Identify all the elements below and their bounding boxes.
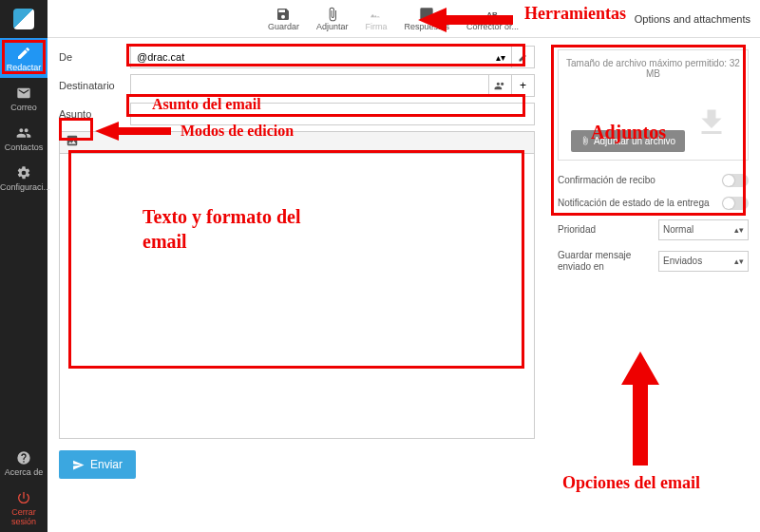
compose-area: De @drac.cat ▴▾ Destinatario + Asunto <box>48 38 546 532</box>
attach-label: Adjuntar <box>316 22 349 31</box>
signature-button[interactable]: Firma <box>366 7 388 31</box>
options-attachments-label: Options and attachments <box>635 13 750 25</box>
select-arrows-icon: ▴▾ <box>496 52 505 63</box>
message-body-editor[interactable] <box>59 154 535 439</box>
priority-select[interactable]: Normal ▴▾ <box>658 219 749 240</box>
app-logo <box>0 0 48 38</box>
from-label: De <box>59 51 130 63</box>
power-icon <box>16 490 31 505</box>
priority-label: Prioridad <box>558 224 658 236</box>
speech-icon <box>419 7 434 22</box>
sidebar-item-contacts[interactable]: Contactos <box>0 118 48 158</box>
subject-input[interactable] <box>130 103 535 125</box>
sidebar-item-compose[interactable]: Redactar <box>0 38 48 78</box>
paperclip-small-icon <box>580 136 590 145</box>
pencil-icon <box>518 51 529 63</box>
gear-icon <box>16 165 31 180</box>
select-arrows-icon: ▴▾ <box>734 225 744 235</box>
attachments-box: Tamaño de archivo máximo permitido: 32 M… <box>558 49 749 161</box>
mail-icon <box>16 86 31 101</box>
add-contact-button[interactable] <box>489 74 512 97</box>
editor-mode-bar <box>59 131 535 154</box>
from-select[interactable]: @drac.cat ▴▾ <box>130 46 512 68</box>
dsn-label: Notificación de estado de la entrega <box>558 198 722 209</box>
plus-icon: + <box>520 79 526 92</box>
spellcheck-label: Corrector or... <box>466 22 519 31</box>
send-icon <box>72 459 85 471</box>
toolbar-more-button[interactable] <box>530 10 540 28</box>
signature-label: Firma <box>366 22 388 31</box>
signature-icon <box>369 7 384 22</box>
responses-label: Respuestas <box>405 22 450 31</box>
spellcheck-icon: AB <box>485 7 501 22</box>
toolbar: Guardar Adjuntar Firma Respuestas AB Cor… <box>48 7 760 31</box>
save-sent-select[interactable]: Enviados ▴▾ <box>658 251 749 272</box>
svg-text:AB: AB <box>486 10 498 18</box>
send-button[interactable]: Enviar <box>59 450 136 479</box>
save-icon <box>276 7 291 22</box>
subject-label: Asunto <box>59 108 130 120</box>
image-mode-button[interactable] <box>66 134 79 151</box>
sidebar: Redactar Correo Contactos Configuraci...… <box>0 38 48 532</box>
download-tray-icon <box>688 105 735 140</box>
add-recipient-button[interactable]: + <box>512 74 535 97</box>
to-label: Destinatario <box>59 80 130 91</box>
to-input[interactable] <box>130 74 489 97</box>
select-arrows-icon: ▴▾ <box>734 256 744 266</box>
save-sent-label: Guardar mensaje enviado en <box>558 250 658 273</box>
attach-file-button[interactable]: Adjuntar un archivo <box>571 130 685 152</box>
receipt-toggle[interactable] <box>722 174 749 187</box>
contacts-small-icon <box>494 80 506 92</box>
help-icon <box>16 450 31 466</box>
right-panel: Tamaño de archivo máximo permitido: 32 M… <box>546 38 760 532</box>
paperclip-icon <box>325 7 340 22</box>
image-icon <box>66 134 79 147</box>
contacts-icon <box>16 125 31 141</box>
sidebar-item-mail[interactable]: Correo <box>0 78 48 118</box>
dsn-toggle[interactable] <box>722 197 749 210</box>
compose-icon <box>16 46 31 61</box>
receipt-label: Confirmación de recibo <box>558 175 722 186</box>
spellcheck-button[interactable]: AB Corrector or... <box>466 7 519 31</box>
max-size-hint: Tamaño de archivo máximo permitido: 32 M… <box>566 58 740 79</box>
sidebar-item-logout[interactable]: Cerrar sesión <box>0 483 48 532</box>
sidebar-item-about[interactable]: Acerca de <box>0 443 48 483</box>
chevron-down-icon <box>530 10 540 19</box>
save-label: Guardar <box>268 22 299 31</box>
responses-button[interactable]: Respuestas <box>405 7 450 31</box>
edit-identities-button[interactable] <box>512 46 535 68</box>
attach-button[interactable]: Adjuntar <box>316 7 349 31</box>
save-button[interactable]: Guardar <box>268 7 299 31</box>
sidebar-item-settings[interactable]: Configuraci... <box>0 158 48 198</box>
